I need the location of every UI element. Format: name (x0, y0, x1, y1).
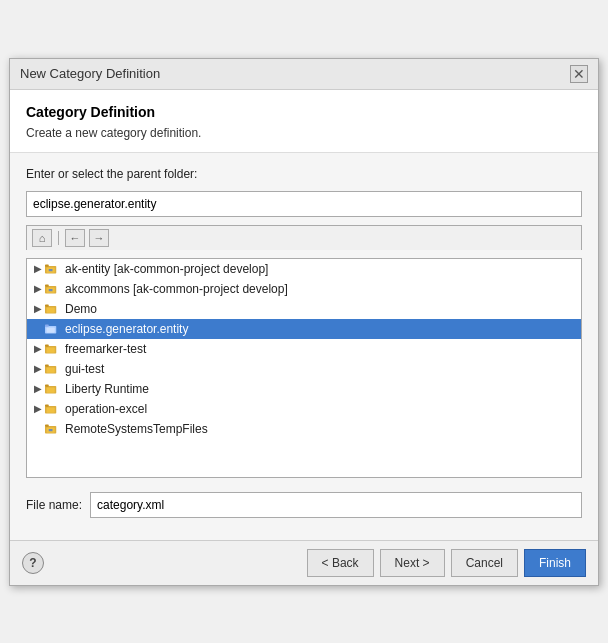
folder-icon-6 (45, 361, 61, 377)
tree-toggle-3[interactable]: ▶ (31, 302, 45, 316)
svg-rect-26 (47, 407, 55, 412)
tree-item[interactable]: ▶ gui-test (27, 359, 581, 379)
tree-item-label: operation-excel (65, 402, 147, 416)
svg-rect-17 (47, 347, 55, 352)
file-name-input[interactable] (90, 492, 582, 518)
svg-rect-14 (47, 327, 55, 332)
close-button[interactable]: ✕ (570, 65, 588, 83)
tree-toolbar: ⌂ ← → (26, 225, 582, 250)
cancel-button[interactable]: Cancel (451, 549, 518, 577)
svg-rect-19 (45, 364, 49, 366)
tree-item-label: freemarker-test (65, 342, 146, 356)
tree-item-label: eclipse.generator.entity (65, 322, 188, 336)
back-icon: ← (70, 232, 81, 244)
folder-icon-3 (45, 301, 61, 317)
tree-item-label: Demo (65, 302, 97, 316)
dialog-title: New Category Definition (20, 66, 160, 81)
svg-rect-8 (49, 289, 53, 291)
folder-icon-7 (45, 381, 61, 397)
tree-toggle-5[interactable]: ▶ (31, 342, 45, 356)
tree-container[interactable]: ▶ ak-entity [ak-common-project develop] … (26, 258, 582, 478)
title-bar: New Category Definition ✕ (10, 59, 598, 90)
folder-input[interactable] (26, 191, 582, 217)
file-name-row: File name: (26, 492, 582, 518)
svg-rect-16 (45, 344, 49, 346)
tree-item-label: ak-entity [ak-common-project develop] (65, 262, 268, 276)
svg-rect-25 (45, 404, 49, 406)
svg-rect-23 (47, 387, 55, 392)
tree-item-label: gui-test (65, 362, 104, 376)
tree-item[interactable]: ▶ operation-excel (27, 399, 581, 419)
back-button[interactable]: ← (65, 229, 85, 247)
home-icon: ⌂ (39, 232, 46, 244)
svg-rect-30 (49, 429, 53, 431)
tree-item[interactable]: ▶ ak-entity [ak-common-project develop] (27, 259, 581, 279)
svg-rect-4 (49, 269, 53, 271)
back-button[interactable]: < Back (307, 549, 374, 577)
tree-toggle-4 (31, 322, 45, 336)
tree-toggle-8[interactable]: ▶ (31, 402, 45, 416)
folder-icon-9 (45, 421, 61, 437)
tree-toggle-7[interactable]: ▶ (31, 382, 45, 396)
next-button[interactable]: Next > (380, 549, 445, 577)
help-button[interactable]: ? (22, 552, 44, 574)
folder-label: Enter or select the parent folder: (26, 167, 582, 181)
svg-rect-2 (45, 264, 49, 266)
svg-rect-28 (45, 424, 49, 426)
forward-icon: → (94, 232, 105, 244)
tree-toggle-6[interactable]: ▶ (31, 362, 45, 376)
tree-item[interactable]: ▶ akcommons [ak-common-project develop] (27, 279, 581, 299)
file-name-label: File name: (26, 498, 82, 512)
svg-rect-6 (45, 284, 49, 286)
folder-icon-1 (45, 261, 61, 277)
svg-rect-11 (47, 307, 55, 312)
header-title: Category Definition (26, 104, 582, 120)
folder-icon-4 (45, 321, 61, 337)
footer-right: < Back Next > Cancel Finish (307, 549, 586, 577)
tree-toggle-2[interactable]: ▶ (31, 282, 45, 296)
svg-rect-13 (45, 324, 49, 326)
tree-toggle-1[interactable]: ▶ (31, 262, 45, 276)
folder-icon-8 (45, 401, 61, 417)
tree-item-label: RemoteSystemsTempFiles (65, 422, 208, 436)
tree-toggle-9 (31, 422, 45, 436)
home-button[interactable]: ⌂ (32, 229, 52, 247)
toolbar-separator (58, 231, 59, 245)
tree-item-label: akcommons [ak-common-project develop] (65, 282, 288, 296)
folder-icon-2 (45, 281, 61, 297)
svg-rect-22 (45, 384, 49, 386)
folder-icon-5 (45, 341, 61, 357)
forward-button[interactable]: → (89, 229, 109, 247)
header-section: Category Definition Create a new categor… (10, 90, 598, 153)
header-subtitle: Create a new category definition. (26, 126, 582, 140)
tree-item[interactable]: ▶ Liberty Runtime (27, 379, 581, 399)
footer: ? < Back Next > Cancel Finish (10, 540, 598, 585)
svg-rect-20 (47, 367, 55, 372)
svg-rect-10 (45, 304, 49, 306)
tree-item-selected[interactable]: eclipse.generator.entity (27, 319, 581, 339)
body-section: Enter or select the parent folder: ⌂ ← →… (10, 153, 598, 540)
tree-item[interactable]: RemoteSystemsTempFiles (27, 419, 581, 439)
footer-left: ? (22, 552, 44, 574)
finish-button[interactable]: Finish (524, 549, 586, 577)
tree-item[interactable]: ▶ freemarker-test (27, 339, 581, 359)
tree-item-label: Liberty Runtime (65, 382, 149, 396)
tree-item[interactable]: ▶ Demo (27, 299, 581, 319)
dialog: New Category Definition ✕ Category Defin… (9, 58, 599, 586)
